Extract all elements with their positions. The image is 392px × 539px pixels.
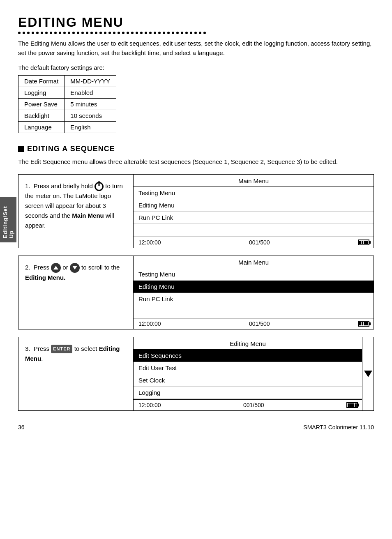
page-footer: 36 SMART3 Colorimeter 11.10 <box>18 424 374 431</box>
lcd-display: Editing MenuEdit SequencesEdit User Test… <box>134 337 374 410</box>
lcd-title: Main Menu <box>134 175 374 187</box>
settings-row-value: English <box>65 122 116 133</box>
step-row: 2. Press or to scroll to the Editing Men… <box>18 256 374 329</box>
lcd-menu-item: Run PC Link <box>134 293 374 305</box>
step-instruction: 2. Press or to scroll to the Editing Men… <box>18 256 134 329</box>
lcd-footer: 12:00:00001/500 <box>134 318 374 329</box>
lcd-title: Editing Menu <box>134 337 362 350</box>
down-arrow-icon <box>70 263 80 273</box>
lcd-time: 12:00:00 <box>138 402 161 408</box>
settings-row-name: Logging <box>18 87 65 99</box>
step-row: 3. Press ENTER to select Editing Menu.Ed… <box>18 337 374 411</box>
settings-row-value: 10 seconds <box>65 110 116 122</box>
settings-row-value: MM-DD-YYYY <box>65 76 116 87</box>
lcd-count: 001/500 <box>249 239 270 246</box>
side-tab: Editing/Set Up <box>0 197 16 242</box>
lcd-menu-item: Editing Menu <box>134 281 374 293</box>
section-header: EDITING A SEQUENCE <box>18 145 374 153</box>
product-name: SMART3 Colorimeter 11.10 <box>303 424 374 431</box>
title-dots-decoration <box>18 32 374 34</box>
up-arrow-icon <box>51 263 61 273</box>
lcd-title: Main Menu <box>134 256 374 268</box>
step-row: 1. Press and briefly hold to turn the me… <box>18 174 374 248</box>
settings-row-name: Backlight <box>18 110 65 122</box>
settings-row-value: 5 minutes <box>65 99 116 110</box>
lcd-display: Main MenuTesting MenuEditing MenuRun PC … <box>134 256 374 329</box>
battery-icon <box>358 321 369 327</box>
settings-row-name: Date Format <box>18 76 65 87</box>
lcd-menu-item: Set Clock <box>134 374 362 387</box>
page-content: Editing/Set Up EDITING MENU The Editing … <box>0 0 392 445</box>
lcd-time: 12:00:00 <box>138 239 161 246</box>
enter-button-icon: ENTER <box>51 345 72 354</box>
lcd-count: 001/500 <box>243 402 264 408</box>
step-instruction: 3. Press ENTER to select Editing Menu. <box>18 337 134 410</box>
battery-icon <box>358 240 369 245</box>
battery-icon <box>346 402 358 408</box>
section-marker-icon <box>18 146 24 152</box>
scroll-down-arrow <box>362 337 374 410</box>
section-title: EDITING A SEQUENCE <box>27 145 115 153</box>
lcd-menu-item: Logging <box>134 387 362 399</box>
settings-row-name: Power Save <box>18 99 65 110</box>
page-title: EDITING MENU <box>18 15 374 30</box>
lcd-screen: Main MenuTesting MenuEditing MenuRun PC … <box>134 175 374 248</box>
lcd-footer: 12:00:00001/500 <box>134 399 362 410</box>
lcd-screen: Editing MenuEdit SequencesEdit User Test… <box>134 337 362 410</box>
lcd-count: 001/500 <box>249 320 270 327</box>
section-desc: The Edit Sequence menu allows three alte… <box>18 157 374 167</box>
lcd-footer: 12:00:00001/500 <box>134 237 374 248</box>
page-number: 36 <box>18 424 25 431</box>
default-factory-label: The default factory settings are: <box>18 64 374 71</box>
down-arrow-icon <box>364 371 372 377</box>
bold-text: Editing Menu <box>25 345 120 362</box>
lcd-menu-item: Run PC Link <box>134 212 374 224</box>
lcd-menu-item: Edit Sequences <box>134 350 362 362</box>
lcd-time: 12:00:00 <box>138 320 161 327</box>
lcd-menu-item: Editing Menu <box>134 199 374 212</box>
settings-row-name: Language <box>18 122 65 133</box>
lcd-screen: Main MenuTesting MenuEditing MenuRun PC … <box>134 256 374 329</box>
settings-row-value: Enabled <box>65 87 116 99</box>
lcd-menu-item: Testing Menu <box>134 268 374 281</box>
lcd-display: Main MenuTesting MenuEditing MenuRun PC … <box>134 175 374 248</box>
bold-text: Main Menu <box>72 212 104 219</box>
intro-text: The Editing Menu allows the user to edit… <box>18 39 374 58</box>
lcd-menu-item: Edit User Test <box>134 362 362 374</box>
settings-table: Date FormatMM-DD-YYYYLoggingEnabledPower… <box>18 75 116 133</box>
lcd-menu-item: Testing Menu <box>134 187 374 199</box>
steps-container: 1. Press and briefly hold to turn the me… <box>18 174 374 411</box>
power-button-icon <box>95 182 104 191</box>
step-instruction: 1. Press and briefly hold to turn the me… <box>18 175 134 248</box>
bold-text: Editing Menu. <box>25 274 65 281</box>
